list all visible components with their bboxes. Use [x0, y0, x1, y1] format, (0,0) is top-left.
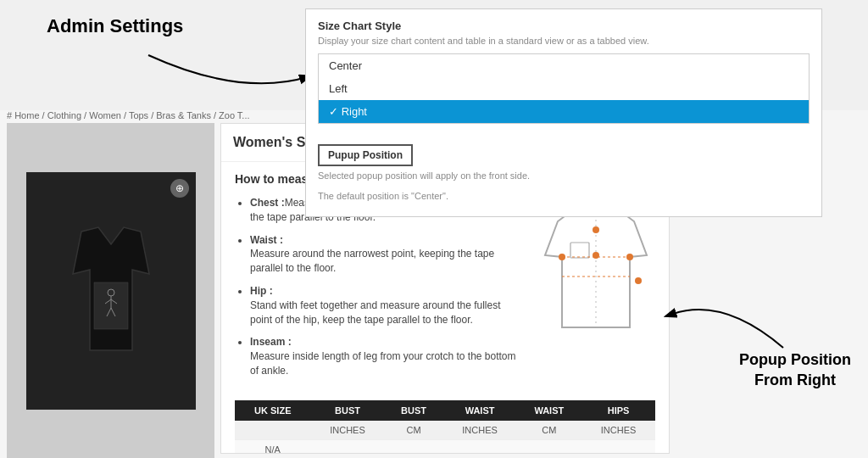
admin-settings-heading: Admin Settings — [47, 15, 183, 37]
dropdown-item-center[interactable]: Center — [319, 54, 809, 77]
table-subheader: INCHES — [443, 421, 517, 440]
table-header: UK SIZE — [235, 400, 311, 421]
svg-point-13 — [593, 226, 599, 233]
table-row: N/A — [235, 439, 655, 454]
table-header: WAIST — [516, 400, 581, 421]
table-header: BUST — [311, 400, 385, 421]
table-subheader: CM — [384, 421, 442, 440]
table-cell — [443, 439, 517, 454]
popup-position-label: Pupup Position — [318, 144, 413, 166]
table-subheader: CM — [516, 421, 581, 440]
measure-list: Chest :Measure around the fullest part o… — [235, 196, 523, 387]
panel-title: Size Chart Style — [318, 20, 810, 32]
popup-desc-2: The default position is "Center". — [318, 190, 810, 203]
table-cell — [581, 439, 655, 454]
breadcrumb: # Home / Clothing / Women / Tops / Bras … — [7, 110, 250, 120]
table-subheader: INCHES — [311, 421, 385, 440]
product-image: ⊕ — [26, 172, 196, 410]
dropdown-item-left[interactable]: Left — [319, 77, 809, 100]
svg-point-10 — [593, 252, 599, 259]
panel-description: Display your size chart content and tabl… — [318, 35, 810, 47]
table-cell — [516, 439, 581, 454]
measurements-list: Chest :Measure around the fullest part o… — [235, 196, 523, 378]
size-table: UK SIZE BUST BUST WAIST WAIST HIPS INCHE… — [235, 400, 655, 454]
table-cell — [311, 439, 385, 454]
size-chart-panel: Size Chart Style Display your size chart… — [305, 8, 822, 217]
popup-right-line2: From Right — [754, 371, 836, 388]
table-header: HIPS — [581, 400, 655, 421]
list-item: Inseam :Measure inside length of leg fro… — [250, 335, 523, 377]
position-dropdown: Center Left Right — [318, 53, 810, 124]
list-item: Hip :Stand with feet together and measur… — [250, 284, 523, 327]
zoom-icon[interactable]: ⊕ — [170, 179, 189, 198]
table-subheader: INCHES — [581, 421, 655, 440]
svg-point-14 — [635, 277, 642, 284]
shirt-diagram — [537, 196, 655, 387]
table-cell: N/A — [235, 439, 311, 454]
svg-rect-8 — [570, 243, 589, 258]
dropdown-item-right[interactable]: Right — [319, 100, 809, 123]
table-header: WAIST — [443, 400, 517, 421]
shirt-diagram-svg — [537, 196, 655, 344]
popup-desc-1: Selected popup position will apply on th… — [318, 170, 810, 182]
admin-arrow — [140, 47, 318, 93]
popup-position-right-label: Popup Position From Right — [739, 350, 851, 390]
list-item: Waist :Measure around the narrowest poin… — [250, 233, 523, 276]
table-subheader — [235, 421, 311, 440]
product-panel: ⊕ — [7, 123, 214, 458]
popup-position-arrow — [656, 280, 792, 356]
table-header: BUST — [384, 400, 442, 421]
product-shirt-svg — [56, 223, 166, 359]
measure-content: Chest :Measure around the fullest part o… — [235, 196, 655, 387]
table-cell — [384, 439, 442, 454]
